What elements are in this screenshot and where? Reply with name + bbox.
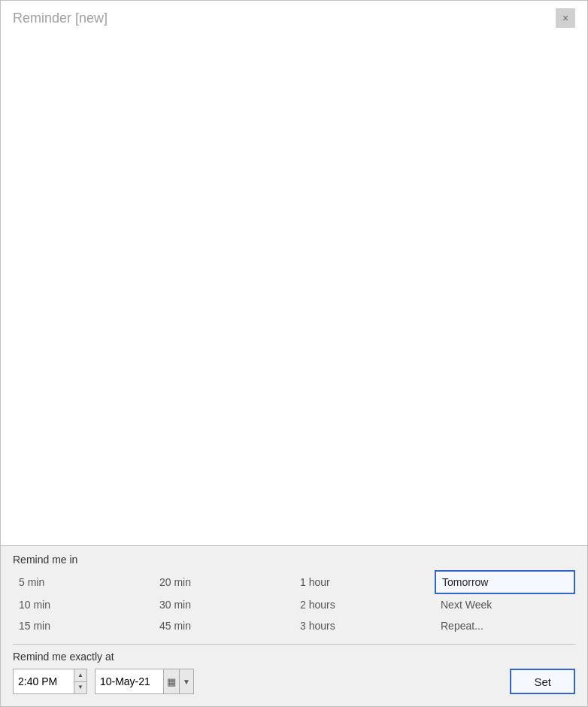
quick-time-45min[interactable]: 45 min [153,615,294,636]
quick-time-2hours[interactable]: 2 hours [294,594,435,615]
remind-in-label: Remind me in [13,554,575,566]
window-title: Reminder [new] [13,11,108,26]
time-down-button[interactable]: ▼ [74,681,86,694]
exact-time-row: ▲ ▼ ▦ ▼ Set [13,669,575,694]
calendar-icon-button[interactable]: ▦ [164,669,179,693]
bottom-panel: Remind me in 5 min20 min1 hourTomorrow10… [1,546,587,706]
title-bar: Reminder [new] × [1,1,587,35]
quick-time-30min[interactable]: 30 min [153,594,294,615]
quick-time-20min[interactable]: 20 min [153,570,294,594]
quick-time-tomorrow[interactable]: Tomorrow [435,570,575,594]
quick-time-3hours[interactable]: 3 hours [294,615,435,636]
reminder-window: Reminder [new] × Remind me in 5 min20 mi… [0,0,588,707]
quick-time-repeat[interactable]: Repeat... [435,615,575,636]
close-button[interactable]: × [556,8,575,28]
quick-time-1hour[interactable]: 1 hour [294,570,435,594]
note-content-area[interactable] [1,35,587,546]
date-dropdown-button[interactable]: ▼ [179,669,193,693]
quick-time-5min[interactable]: 5 min [13,570,153,594]
time-up-button[interactable]: ▲ [74,669,86,681]
quick-time-15min[interactable]: 15 min [13,615,153,636]
quick-time-nextweek[interactable]: Next Week [435,594,575,615]
date-picker-buttons: ▦ ▼ [163,669,193,693]
date-input[interactable] [95,669,163,693]
time-input[interactable] [14,669,74,693]
divider [13,644,575,645]
date-input-wrapper: ▦ ▼ [95,669,194,694]
quick-time-10min[interactable]: 10 min [13,594,153,615]
set-button[interactable]: Set [510,669,575,694]
remind-exactly-label: Remind me exactly at [13,651,575,663]
time-input-wrapper: ▲ ▼ [13,669,87,694]
quick-times-grid: 5 min20 min1 hourTomorrow10 min30 min2 h… [13,570,575,636]
time-spinner: ▲ ▼ [74,669,86,693]
